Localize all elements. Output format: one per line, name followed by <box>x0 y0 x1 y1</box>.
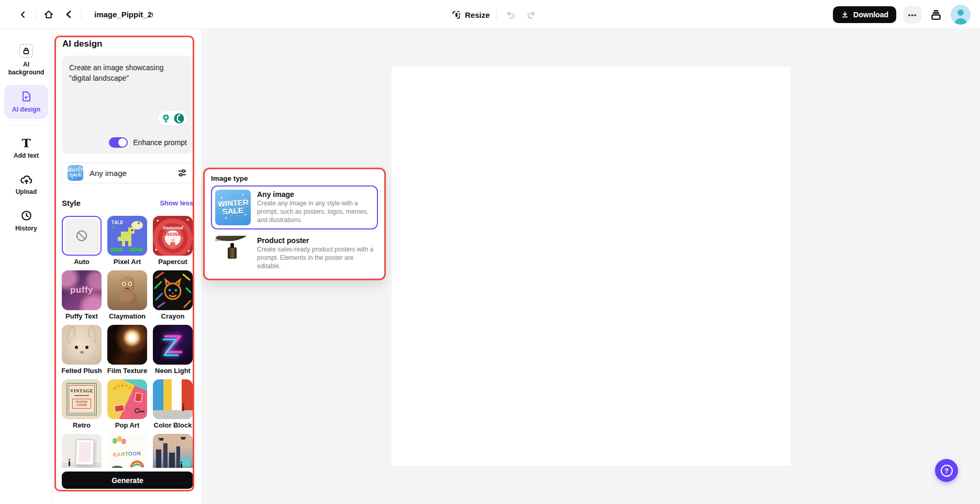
style-option-partial-3[interactable] <box>153 434 193 468</box>
show-less-link[interactable]: Show less <box>160 199 193 207</box>
style-option-partial-2[interactable]: CARTOON <box>107 434 147 468</box>
image-type-selector[interactable]: WINTERSALE Any image <box>62 162 193 183</box>
style-option-color-block[interactable]: Color Block <box>153 379 193 430</box>
panel-title: AI design <box>62 39 103 49</box>
style-option-claymation[interactable]: Claymation <box>107 270 147 321</box>
style-thumb-auto <box>64 218 99 253</box>
style-option-neon-light[interactable]: Neon Light <box>153 325 193 375</box>
style-label: Puffy Text <box>65 312 98 321</box>
resize-button[interactable]: Resize <box>451 10 490 20</box>
style-option-film-texture[interactable]: Film Texture <box>107 325 147 375</box>
more-options-button[interactable]: ••• <box>904 6 921 24</box>
style-option-felted-plush[interactable]: Felted Plush <box>62 325 102 375</box>
style-title: Style <box>62 199 81 207</box>
divider <box>496 9 497 20</box>
image-type-popup: Image type WINTERSALE Any image Create a… <box>205 169 384 279</box>
topbar-left: image_Pippit_20 <box>0 7 153 22</box>
style-label: Neon Light <box>155 367 191 375</box>
avatar[interactable] <box>951 5 971 25</box>
history-icon <box>20 210 32 222</box>
sidebar-item-ai-background[interactable]: AI background <box>4 39 48 82</box>
style-label: Film Texture <box>107 367 147 375</box>
sidebar-item-add-text[interactable]: T Add text <box>4 132 48 165</box>
style-option-auto[interactable]: Auto <box>62 216 102 266</box>
option-description: Create sales-ready product posters with … <box>257 246 378 270</box>
style-option-partial-1[interactable] <box>62 434 102 468</box>
canvas-artboard[interactable] <box>392 67 790 466</box>
layers-panel-button[interactable] <box>929 7 943 22</box>
help-icon: ? <box>941 465 953 477</box>
download-button[interactable]: Download <box>833 6 896 23</box>
enhance-prompt-toggle[interactable] <box>109 137 128 148</box>
help-button[interactable]: ? <box>935 459 958 482</box>
option-name: Any image <box>257 190 378 199</box>
image-type-option-product-poster[interactable]: Product poster Create sales-ready produc… <box>211 232 378 276</box>
upload-icon <box>20 173 33 185</box>
style-label: Color Block <box>154 421 192 430</box>
style-option-retro[interactable]: VINTAGEPOSTER COVER Retro <box>62 379 102 430</box>
prompt-text: Create an image showcasing "digital land… <box>69 62 186 84</box>
style-thumb-retro: VINTAGEPOSTER COVER <box>62 379 102 419</box>
style-thumb-pop-art <box>107 379 147 419</box>
stack-icon <box>929 8 943 21</box>
sidebar-item-label: Upload <box>16 188 37 196</box>
toggle-knob <box>118 138 127 147</box>
prompt-input[interactable]: Create an image showcasing "digital land… <box>62 56 193 154</box>
document-title[interactable]: image_Pippit_20 <box>94 10 153 19</box>
style-thumb-cartoon: CARTOON <box>107 434 147 468</box>
prohibition-icon <box>75 229 88 243</box>
topbar-right: Download ••• <box>833 0 971 29</box>
style-option-pixel-art[interactable]: TALD Pixel Art <box>107 216 147 266</box>
sidebar-item-label: AI design <box>12 106 40 114</box>
style-option-pop-art[interactable]: Pop Art <box>107 379 147 430</box>
sidebar: AI background AI design T Add text Uploa… <box>0 29 52 504</box>
enhance-prompt-row: Enhance prompt <box>109 137 187 148</box>
back-button[interactable] <box>16 7 30 22</box>
style-thumb-city <box>153 434 193 468</box>
style-option-papercut[interactable]: Seasonal Discount Papercut <box>153 216 193 266</box>
ai-design-panel: AI design Create an image showcasing "di… <box>52 29 202 504</box>
resize-icon <box>451 10 461 20</box>
redo-icon <box>526 9 537 20</box>
undo-button[interactable] <box>503 7 518 22</box>
sidebar-item-label: History <box>15 225 37 233</box>
home-button[interactable] <box>41 7 56 22</box>
sidebar-separator <box>10 125 42 126</box>
prompt-tools <box>158 111 187 126</box>
generate-button[interactable]: Generate <box>62 472 193 489</box>
any-image-thumbnail: WINTERSALE <box>215 190 251 225</box>
enhance-prompt-label: Enhance prompt <box>133 138 187 147</box>
style-thumb-puffy-text: puffy <box>62 270 102 310</box>
option-description: Create any image in any style with a pro… <box>257 200 378 224</box>
sidebar-item-ai-design[interactable]: AI design <box>4 85 48 119</box>
style-thumb-crayon <box>153 270 193 310</box>
image-type-option-any-image[interactable]: WINTERSALE Any image Create any image in… <box>211 185 378 229</box>
user-icon <box>951 5 971 25</box>
option-name: Product poster <box>257 236 378 245</box>
download-label: Download <box>853 10 888 19</box>
text-icon: T <box>21 137 30 149</box>
product-poster-thumbnail <box>215 236 251 271</box>
style-thumb-pixel-art: TALD <box>107 216 147 256</box>
popup-title: Image type <box>211 174 378 182</box>
topbar: image_Pippit_20 Resize Download ••• <box>0 0 980 29</box>
back-step-button[interactable] <box>61 7 76 22</box>
topbar-center: Resize <box>451 0 539 29</box>
style-option-crayon[interactable]: Crayon <box>153 270 193 321</box>
more-icon: ••• <box>908 11 917 19</box>
style-grid-scroll[interactable]: Auto TALD Pixel Art Seasonal Discount <box>62 216 194 468</box>
divider <box>36 9 36 20</box>
idea-bulb-icon[interactable] <box>160 113 172 124</box>
style-thumb-neon-light <box>153 325 193 365</box>
home-icon <box>43 9 54 20</box>
style-label: Pixel Art <box>114 258 141 266</box>
assistant-icon[interactable] <box>173 113 185 124</box>
style-option-puffy-text[interactable]: puffy Puffy Text <box>62 270 102 321</box>
sidebar-item-history[interactable]: History <box>4 204 48 238</box>
sliders-icon[interactable] <box>177 168 187 178</box>
style-label: Claymation <box>109 312 146 321</box>
sidebar-item-upload[interactable]: Upload <box>4 168 48 201</box>
chevron-left-icon <box>64 10 73 19</box>
redo-button[interactable] <box>524 7 539 22</box>
image-type-thumbnail: WINTERSALE <box>68 165 83 181</box>
